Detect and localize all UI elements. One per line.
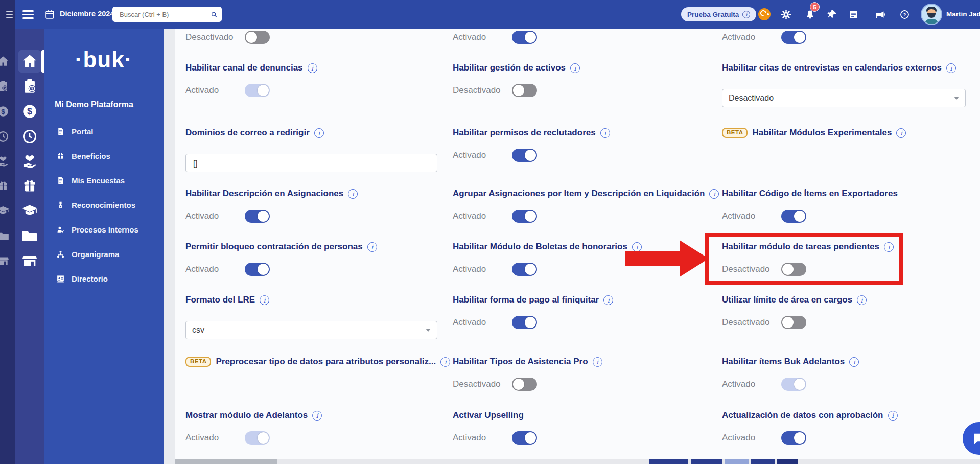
toggle-switch[interactable]	[781, 210, 806, 223]
toggle-state-label: Activado	[185, 264, 245, 274]
sidebar-icon-rail: $	[15, 29, 44, 464]
toggle-state-label: Desactivado	[722, 317, 781, 328]
info-icon[interactable]: i	[632, 242, 642, 252]
calendar-icon[interactable]	[44, 9, 55, 20]
megaphone-icon[interactable]	[875, 9, 885, 20]
info-icon[interactable]: i	[367, 242, 377, 252]
info-icon[interactable]: i	[946, 63, 956, 73]
clock-icon	[0, 130, 10, 143]
setting-item: Formato del LREicsv	[185, 294, 437, 339]
sidebar-item-procesos-internos[interactable]: Procesos Internos	[44, 217, 164, 242]
info-icon[interactable]: i	[896, 128, 906, 138]
sidebar-item-label: Reconocimientos	[72, 201, 135, 210]
info-icon[interactable]: i	[348, 189, 358, 199]
hamburger-icon[interactable]	[22, 10, 34, 21]
toggle-switch[interactable]	[245, 31, 270, 44]
info-icon[interactable]: i	[593, 357, 602, 367]
rail-item-gift[interactable]	[21, 177, 38, 195]
toggle-state-label: Desactivado	[722, 264, 781, 274]
info-icon[interactable]: i	[709, 189, 719, 199]
info-icon[interactable]: i	[314, 128, 324, 138]
toggle-switch[interactable]	[512, 316, 537, 329]
select-dropdown[interactable]: csv	[185, 321, 437, 339]
rail-item-clipboard-clock[interactable]	[21, 78, 38, 95]
info-icon[interactable]: i	[440, 357, 450, 367]
info-icon[interactable]: i	[260, 295, 269, 305]
text-input[interactable]	[192, 158, 431, 168]
user-name[interactable]: Martín Jad.	[946, 10, 980, 18]
toggle-switch[interactable]	[781, 31, 806, 44]
info-icon[interactable]: i	[312, 411, 322, 421]
sidebar-item-directorio[interactable]: Directorio	[44, 266, 164, 291]
toggle-switch[interactable]	[781, 431, 806, 445]
toggle-switch[interactable]	[245, 210, 270, 223]
help-icon[interactable]: ?	[899, 9, 910, 20]
sidebar-item-label: Directorio	[72, 274, 108, 283]
sidebar-item-organigrama[interactable]: Organigrama	[44, 242, 164, 266]
company-name: Mi Demo Plataforma	[55, 100, 133, 109]
toggle-switch[interactable]	[512, 149, 537, 162]
sidebar-item-portal[interactable]: Portal	[44, 119, 164, 144]
setting-item: Habilitar Descripción en AsignacionesiAc…	[185, 188, 358, 223]
sidebar-item-mis-encuestas[interactable]: Mis Encuestas	[44, 168, 164, 193]
toggle-state-label: Activado	[453, 211, 512, 221]
rail-item-graduation-cap[interactable]	[21, 202, 38, 219]
period-selector[interactable]: Diciembre 2024	[60, 10, 114, 18]
pin-icon[interactable]	[827, 9, 837, 20]
toggle-switch[interactable]	[512, 431, 537, 445]
setting-label: Mostrar módulo de Adelantos	[185, 410, 308, 421]
headset-icon[interactable]	[758, 8, 771, 20]
setting-label: Habilitar Módulos Experimentales	[752, 128, 892, 138]
toggle-state-label: Desactivado	[453, 85, 512, 96]
storefront-icon	[0, 254, 10, 268]
gear-icon[interactable]	[780, 9, 792, 20]
toggle-state-label: Desactivado	[453, 379, 512, 389]
avatar[interactable]	[921, 4, 942, 25]
search-icon[interactable]	[211, 10, 218, 19]
info-icon[interactable]: i	[857, 295, 867, 305]
horizontal-scrollbar-thumb[interactable]	[175, 459, 277, 464]
toggle-state-label: Activado	[722, 32, 781, 42]
rail-item-dollar-circle[interactable]: $	[21, 103, 38, 120]
toggle-switch[interactable]	[512, 31, 537, 44]
toggle-switch[interactable]	[781, 316, 806, 329]
info-icon[interactable]: i	[308, 63, 317, 73]
hamburger-icon[interactable]	[6, 11, 13, 20]
rail-item-storefront[interactable]	[21, 252, 38, 270]
avatar-beard	[927, 13, 936, 18]
toggle-switch[interactable]	[512, 210, 537, 223]
info-icon[interactable]: i	[884, 242, 894, 252]
sidebar-item-reconocimientos[interactable]: Reconocimientos	[44, 193, 164, 217]
search-box[interactable]	[112, 7, 222, 22]
toggle-switch[interactable]	[245, 431, 270, 445]
buk-logo: ·buk·	[44, 47, 164, 73]
search-input[interactable]	[119, 10, 211, 19]
horizontal-scrollbar-track[interactable]	[175, 459, 980, 464]
toggle-switch[interactable]	[245, 84, 270, 97]
svg-text:$: $	[27, 106, 32, 117]
toggle-switch[interactable]	[781, 263, 806, 276]
rail-item-hand-heart[interactable]	[21, 152, 38, 170]
rail-item-home[interactable]	[21, 53, 38, 70]
rail-item-folder[interactable]	[21, 227, 38, 245]
toggle-knob	[794, 211, 805, 222]
info-icon[interactable]: i	[888, 411, 898, 421]
toggle-switch[interactable]	[245, 263, 270, 276]
select-dropdown[interactable]: Desactivado	[722, 89, 966, 107]
info-icon[interactable]: i	[600, 128, 610, 138]
toggle-switch[interactable]	[512, 263, 537, 276]
sidebar-item-beneficios[interactable]: Beneficios	[44, 144, 164, 168]
setting-item: Activar UpsellingActivado	[453, 410, 537, 445]
notes-icon[interactable]	[848, 9, 859, 20]
rail-item-clock[interactable]	[21, 128, 38, 145]
setting-item: Dominios de correo a redirigiri	[185, 127, 437, 172]
info-icon[interactable]: i	[603, 295, 613, 305]
toggle-switch[interactable]	[512, 84, 537, 97]
trial-badge[interactable]: Prueba Gratuita i	[681, 7, 756, 21]
medal-icon	[56, 201, 65, 210]
toggle-switch[interactable]	[781, 378, 806, 391]
info-icon[interactable]: i	[570, 63, 580, 73]
toggle-switch[interactable]	[512, 378, 537, 391]
info-icon[interactable]: i	[849, 357, 859, 367]
svg-text:$: $	[1, 108, 5, 115]
